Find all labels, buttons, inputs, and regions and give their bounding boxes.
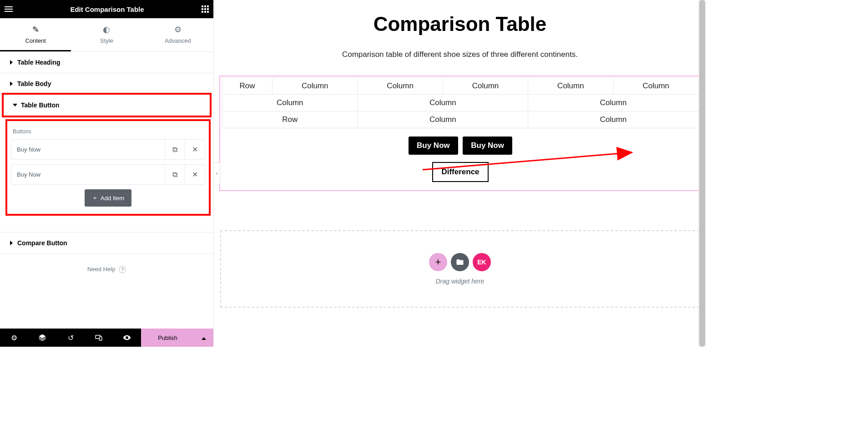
caret-down-icon [13,104,17,106]
repeater-item-label: Buy Now [11,140,165,159]
tab-style[interactable]: ◐ Style [71,18,142,51]
buttons-label: Buttons [11,125,205,139]
menu-icon[interactable] [5,6,13,12]
chevron-up-icon [202,337,206,340]
dropzone-text: Drag widget here [436,278,484,285]
tabs: ✎ Content ◐ Style ⚙ Advanced [0,18,213,52]
help-icon: ? [119,266,126,273]
plus-icon: ＋ [92,194,98,202]
comparison-table: Row Column Column Column Column Column C… [222,77,699,128]
panel: Table Heading Table Body Table Button Bu… [0,52,213,329]
table-row: Column Column Column [222,95,699,111]
add-section-button[interactable]: + [429,253,447,271]
settings-icon[interactable]: ⚙ [0,329,28,347]
repeater-item[interactable]: Buy Now ⧉ ✕ [11,164,205,185]
collapse-sidebar-button[interactable]: ‹ [214,162,220,184]
dropzone-actions: + EK [429,253,491,271]
publish-options-button[interactable] [194,334,213,342]
accordion-compare-button[interactable]: Compare Button [0,232,213,254]
editor-sidebar: Edit Comparison Table ✎ Content ◐ Style … [0,0,214,347]
highlight-buttons-list: Buttons Buy Now ⧉ ✕ Buy Now ⧉ ✕ ＋ Add It… [5,119,211,216]
comparison-table-widget[interactable]: Row Column Column Column Column Column C… [219,76,701,191]
apps-icon[interactable] [202,5,209,13]
difference-button[interactable]: Difference [432,162,488,182]
bottombar: ⚙ ↺ Publish [0,329,213,347]
publish-area: Publish [141,329,213,347]
table-row: Row Column Column Column Column Column [222,78,699,95]
responsive-icon[interactable] [85,329,113,347]
close-icon[interactable]: ✕ [185,140,205,159]
caret-icon [10,81,13,86]
pencil-icon: ✎ [0,25,71,35]
compare-row: Difference [222,162,699,182]
accordion-table-button[interactable]: Table Button [4,95,210,116]
caret-icon [10,60,13,65]
accordion-table-body[interactable]: Table Body [0,73,213,95]
add-item-button[interactable]: ＋ Add Item [85,189,131,207]
history-icon[interactable]: ↺ [56,329,85,347]
highlight-table-button: Table Button [2,93,212,117]
copy-icon[interactable]: ⧉ [165,165,185,184]
svg-rect-1 [100,337,102,340]
page-description: Comparison table of different shoe sizes… [214,50,706,59]
repeater-item-label: Buy Now [11,165,165,184]
publish-button[interactable]: Publish [141,334,194,341]
table-buttons-row: Buy Now Buy Now [222,137,699,155]
caret-icon [10,241,13,245]
canvas: ‹ Comparison Table Comparison table of d… [214,0,706,347]
table-row: Row Column Column [222,111,699,128]
page-title: Comparison Table [214,13,706,35]
dropzone[interactable]: + EK Drag widget here [220,230,700,308]
preview-icon[interactable] [113,329,141,347]
scrollbar[interactable] [698,0,706,347]
topbar: Edit Comparison Table [0,0,213,18]
buy-now-button[interactable]: Buy Now [463,137,512,155]
ek-button[interactable]: EK [473,253,491,271]
buy-now-button[interactable]: Buy Now [409,137,458,155]
close-icon[interactable]: ✕ [185,165,205,184]
gear-icon: ⚙ [142,25,213,35]
tab-content[interactable]: ✎ Content [0,18,71,51]
topbar-title: Edit Comparison Table [13,5,202,13]
need-help-link[interactable]: Need Help ? [0,254,213,285]
copy-icon[interactable]: ⧉ [165,140,185,159]
tab-advanced[interactable]: ⚙ Advanced [142,18,213,51]
repeater-item[interactable]: Buy Now ⧉ ✕ [11,139,205,160]
contrast-icon: ◐ [71,25,142,35]
template-folder-button[interactable] [451,253,469,271]
layers-icon[interactable] [28,329,56,347]
accordion-table-heading[interactable]: Table Heading [0,52,213,73]
